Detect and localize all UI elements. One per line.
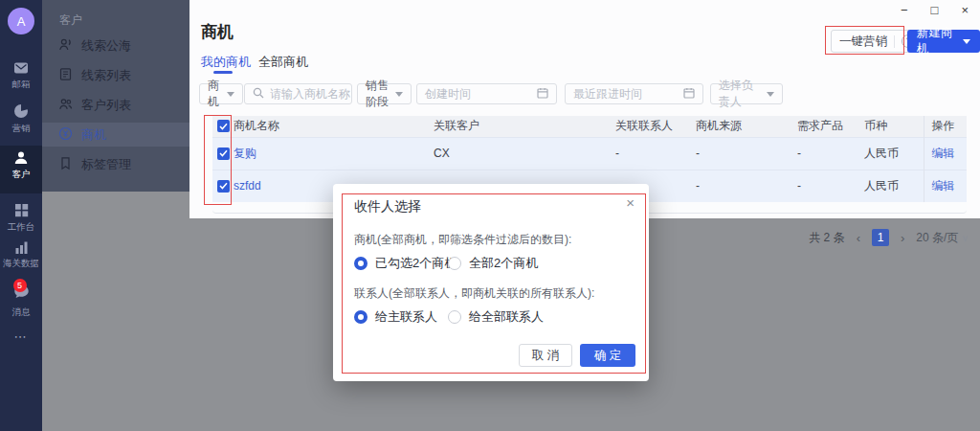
col-header-currency: 币种	[864, 116, 924, 137]
total-count: 共 2 条	[809, 230, 844, 246]
person-wave-icon	[42, 37, 73, 55]
opportunity-link[interactable]: 复购	[234, 147, 256, 160]
radio-label: 给全部联系人	[469, 308, 544, 326]
nav-item-label: 海关数据	[1, 257, 41, 269]
primary-nav-rail: A 邮箱 营销 客户 工作台 海关数据 5 消息 ⋯	[0, 0, 42, 431]
chevron-down-icon	[395, 92, 403, 97]
dialog-close-icon[interactable]: ×	[626, 194, 635, 211]
mail-icon	[0, 61, 42, 75]
col-header-action: 操作	[924, 116, 967, 137]
nav-item-messages[interactable]: 5 消息	[0, 284, 42, 319]
page-size-select[interactable]: 20 条/页 ∨	[916, 230, 969, 246]
next-page-button[interactable]: ›	[901, 231, 904, 245]
page-title: 商机	[201, 21, 234, 43]
confirm-button[interactable]: 确 定	[580, 344, 635, 367]
follow-time-datepicker[interactable]: 最近跟进时间	[565, 83, 703, 104]
nav-item-mail[interactable]: 邮箱	[0, 61, 42, 91]
sales-stage-dropdown[interactable]: 销售阶段	[357, 83, 412, 104]
cell-product: -	[797, 170, 864, 202]
chevron-down-icon	[227, 92, 234, 97]
prev-page-button[interactable]: ‹	[857, 231, 860, 245]
radio-all-contacts[interactable]: 给全部联系人	[448, 308, 544, 326]
nav-item-marketing[interactable]: 营销	[0, 103, 42, 135]
col-header-contact: 关联联系人	[615, 116, 696, 137]
sidebar-item-opportunity[interactable]: 商机	[42, 123, 189, 147]
cell-contact: -	[615, 137, 696, 170]
edit-link[interactable]: 编辑	[932, 147, 955, 160]
tab-all-opportunities[interactable]: 全部商机	[258, 54, 308, 71]
nav-more-button[interactable]: ⋯	[0, 329, 42, 344]
row-checkbox[interactable]	[217, 147, 230, 160]
sidebar-item-label: 商机	[81, 126, 106, 144]
table-row: 复购 CX - - - 人民币 编辑	[212, 137, 967, 170]
minimize-button[interactable]: −	[901, 2, 908, 19]
sidebar-item-customer-list[interactable]: 客户列表	[42, 93, 189, 117]
col-header-customer: 关联客户	[434, 116, 615, 137]
cell-currency: 人民币	[864, 137, 924, 170]
pie-chart-icon	[0, 103, 42, 119]
cell-source: -	[696, 170, 797, 202]
create-time-datepicker[interactable]: 创建时间	[416, 83, 557, 104]
bar-chart-icon	[0, 240, 42, 254]
calendar-icon	[537, 87, 548, 102]
avatar[interactable]: A	[8, 8, 34, 34]
secondary-sidebar: 客户 线索公海 线索列表 客户列表 商机 标签管理	[42, 0, 189, 192]
chat-icon: 5	[13, 284, 30, 299]
contact-scope-label: 联系人(全部联系人，即商机关联的所有联系人):	[354, 285, 594, 302]
select-all-checkbox[interactable]	[217, 120, 230, 132]
active-tab-underline	[213, 71, 233, 74]
chevron-down-icon: ∨	[962, 233, 969, 243]
search-icon	[253, 87, 264, 102]
person-icon	[0, 150, 42, 165]
table-header-row: 商机名称 关联客户 关联联系人 商机来源 需求产品 币种 操作	[212, 116, 967, 137]
dialog-title: 收件人选择	[354, 198, 421, 216]
page-size-value: 20 条/页	[916, 231, 958, 244]
nav-item-customers[interactable]: 客户	[0, 150, 42, 181]
crm-app-window: A 邮箱 营销 客户 工作台 海关数据 5 消息 ⋯	[0, 0, 980, 431]
cell-customer: CX	[434, 137, 615, 170]
field-select-dropdown[interactable]: 商机	[199, 83, 243, 104]
coin-yuan-icon	[42, 126, 73, 144]
nav-item-label: 客户	[1, 168, 41, 180]
calendar-icon	[683, 87, 695, 102]
close-button[interactable]: ×	[961, 2, 969, 19]
edit-link[interactable]: 编辑	[932, 179, 955, 193]
col-header-name: 商机名称	[234, 116, 434, 137]
sidebar-item-tag-management[interactable]: 标签管理	[42, 152, 189, 176]
opportunity-link[interactable]: szfdd	[234, 179, 261, 193]
opportunity-scope-label: 商机(全部商机，即筛选条件过滤后的数目):	[354, 232, 571, 248]
chevron-down-icon	[767, 92, 774, 97]
search-box[interactable]	[244, 83, 352, 104]
radio-selected-opportunities[interactable]: 已勾选2个商机	[354, 255, 457, 272]
bookmark-icon	[42, 156, 73, 173]
sidebar-item-label: 线索公海	[81, 37, 131, 55]
nav-item-workbench[interactable]: 工作台	[0, 203, 42, 234]
row-checkbox[interactable]	[217, 180, 230, 193]
one-click-marketing-label: 一键营销	[839, 34, 887, 50]
current-page-button[interactable]: 1	[872, 229, 889, 246]
sidebar-item-lead-list[interactable]: 线索列表	[42, 63, 189, 87]
radio-main-contact[interactable]: 给主联系人	[354, 308, 437, 326]
message-badge: 5	[13, 279, 27, 292]
pagination: 共 2 条 ‹ 1 › 20 条/页 ∨	[809, 229, 969, 246]
nav-item-label: 工作台	[1, 220, 41, 233]
radio-all-opportunities[interactable]: 全部2个商机	[448, 255, 538, 272]
nav-item-customs-data[interactable]: 海关数据	[0, 240, 42, 270]
maximize-button[interactable]: □	[931, 2, 939, 19]
sidebar-item-label: 线索列表	[81, 67, 131, 84]
cancel-button[interactable]: 取 消	[519, 344, 572, 367]
radio-on-icon	[354, 257, 368, 270]
tab-my-opportunities[interactable]: 我的商机	[201, 54, 251, 71]
nav-item-label: 营销	[1, 122, 41, 134]
people-icon	[42, 97, 73, 114]
col-header-product: 需求产品	[797, 116, 864, 137]
radio-label: 全部2个商机	[469, 255, 538, 272]
owner-select-dropdown[interactable]: 选择负责人	[710, 83, 783, 104]
chevron-down-icon	[963, 39, 970, 44]
search-input[interactable]	[270, 87, 366, 101]
sidebar-item-lead-pool[interactable]: 线索公海	[42, 34, 189, 57]
window-controls: − □ ×	[901, 2, 969, 19]
new-opportunity-button[interactable]: 新建商机	[907, 30, 980, 53]
new-opportunity-label: 新建商机	[917, 25, 957, 57]
radio-on-icon	[354, 310, 368, 324]
